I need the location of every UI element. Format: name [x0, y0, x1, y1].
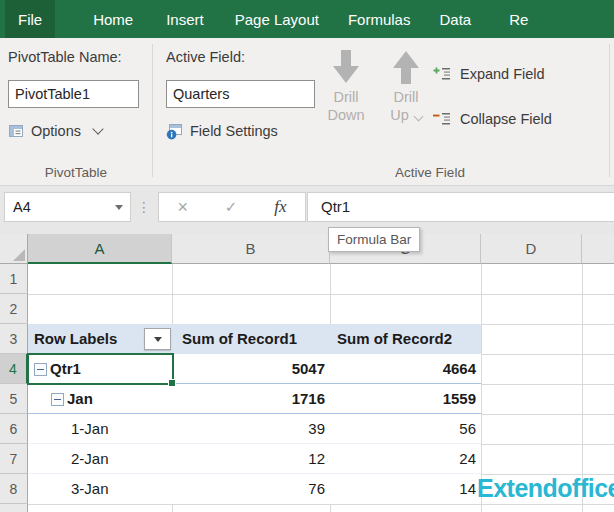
- collapse-field-label: Collapse Field: [460, 111, 552, 127]
- tab-data[interactable]: Data: [439, 0, 471, 38]
- column-header-e-partial[interactable]: [582, 234, 614, 264]
- row-header-3[interactable]: 3: [0, 324, 28, 354]
- insert-function-icon[interactable]: fx: [274, 197, 286, 217]
- expand-field-icon: [432, 66, 452, 82]
- row-labels-filter-button[interactable]: [144, 328, 171, 350]
- field-settings-label: Field Settings: [190, 123, 278, 139]
- collapse-box-icon[interactable]: [51, 393, 64, 406]
- drill-down-label-line2: Down: [317, 106, 375, 124]
- pivot-cell-value[interactable]: 4664: [330, 354, 476, 383]
- collapse-field-icon: [432, 111, 452, 127]
- formula-bar-strip: A4 ⋮ × ✓ fx Qtr1: [0, 186, 614, 234]
- row-header-9-partial[interactable]: [0, 504, 28, 512]
- tab-insert[interactable]: Insert: [166, 0, 204, 38]
- active-field-label: Active Field:: [166, 49, 245, 65]
- drill-down-arrow-icon: [332, 50, 360, 84]
- row-header-7[interactable]: 7: [0, 444, 28, 474]
- active-field-input[interactable]: Quarters: [166, 80, 315, 108]
- pivot-row-label: Jan: [67, 384, 93, 413]
- pivot-row-3-jan[interactable]: 3-Jan 76 14: [28, 474, 481, 504]
- excel-window: File Home Insert Page Layout Formulas Da…: [0, 0, 614, 512]
- collapse-field-button[interactable]: Collapse Field: [432, 109, 552, 129]
- drill-down-button[interactable]: Drill Down: [317, 50, 375, 124]
- name-box-value: A4: [13, 193, 31, 221]
- pivottable-group-label: PivotTable: [0, 165, 152, 180]
- name-box-dropdown-icon[interactable]: [115, 205, 123, 210]
- select-all-corner[interactable]: [0, 234, 28, 264]
- pivot-value2-header: Sum of Record2: [337, 324, 452, 353]
- fill-handle[interactable]: [168, 379, 176, 387]
- pivot-value1-header: Sum of Record1: [182, 324, 297, 353]
- tab-review-clipped[interactable]: Re: [509, 0, 528, 38]
- tab-page-layout[interactable]: Page Layout: [235, 0, 319, 38]
- row-header-4-selected[interactable]: 4: [0, 354, 28, 384]
- name-box[interactable]: A4: [4, 192, 131, 222]
- formula-bar-drag-handle-icon[interactable]: ⋮: [136, 192, 152, 222]
- drill-up-label-line2: Up: [377, 106, 435, 124]
- pivot-row-labels-header: Row Labels: [34, 324, 117, 353]
- formula-bar-buttons: × ✓ fx: [158, 192, 306, 222]
- pivot-row-label: 3-Jan: [71, 474, 109, 503]
- active-field-group-label: Active Field: [330, 165, 530, 180]
- column-header-a[interactable]: A: [28, 234, 172, 264]
- formula-content: Qtr1: [321, 193, 350, 221]
- chevron-down-icon[interactable]: [92, 123, 103, 134]
- row-header-5[interactable]: 5: [0, 384, 28, 414]
- pivot-table: Row Labels Sum of Record1 Sum of Record2…: [28, 324, 481, 504]
- row-header-1[interactable]: 1: [0, 264, 28, 294]
- pivot-cell-value[interactable]: 14: [330, 474, 476, 503]
- ribbon-group-separator: [609, 44, 610, 177]
- chevron-down-icon: [413, 112, 423, 122]
- drill-up-button[interactable]: Drill Up: [377, 50, 435, 124]
- row-header-6[interactable]: 6: [0, 414, 28, 444]
- row-header-2[interactable]: 2: [0, 294, 28, 324]
- pivot-cell-value[interactable]: 1559: [330, 384, 476, 413]
- cancel-icon[interactable]: ×: [177, 197, 188, 218]
- tab-formulas[interactable]: Formulas: [348, 0, 411, 38]
- pivottable-name-input[interactable]: PivotTable1: [8, 80, 139, 108]
- formula-input[interactable]: Qtr1: [307, 192, 614, 222]
- drill-up-label-line1: Drill: [377, 88, 435, 106]
- gridline: [28, 504, 614, 505]
- pivot-row-jan[interactable]: Jan 1716 1559: [28, 384, 481, 414]
- select-all-triangle-icon: [13, 249, 25, 261]
- pivot-row-label: 1-Jan: [71, 414, 109, 443]
- field-settings-button[interactable]: Field Settings: [166, 119, 278, 143]
- ribbon-group-separator: [152, 44, 153, 177]
- pivot-header-row[interactable]: Row Labels Sum of Record1 Sum of Record2: [28, 324, 481, 354]
- pivottable-name-label: PivotTable Name:: [8, 49, 122, 65]
- filter-dropdown-icon: [154, 337, 162, 342]
- pivot-cell-value[interactable]: 39: [172, 414, 325, 443]
- drill-up-arrow-icon: [392, 50, 420, 84]
- pivot-cell-value[interactable]: 1716: [172, 384, 325, 413]
- pivot-cell-value[interactable]: 5047: [172, 354, 325, 383]
- expand-field-button[interactable]: Expand Field: [432, 64, 545, 84]
- formula-bar-tooltip: Formula Bar: [328, 227, 420, 252]
- gridline: [28, 294, 614, 295]
- pivot-cell-value[interactable]: 24: [330, 444, 476, 473]
- options-label: Options: [31, 123, 81, 139]
- pivot-row-label: 2-Jan: [71, 444, 109, 473]
- tab-file[interactable]: File: [5, 0, 55, 38]
- enter-icon[interactable]: ✓: [225, 198, 238, 216]
- expand-field-label: Expand Field: [460, 66, 545, 82]
- drill-down-label-line1: Drill: [317, 88, 375, 106]
- column-header-d[interactable]: D: [481, 234, 582, 264]
- pivottable-options-icon: [8, 123, 24, 139]
- ribbon: PivotTable Name: PivotTable1 Options Piv…: [0, 38, 614, 186]
- field-settings-icon: [166, 123, 183, 140]
- column-header-b[interactable]: B: [172, 234, 330, 264]
- pivot-cell-value[interactable]: 76: [172, 474, 325, 503]
- worksheet-grid: A B C D 1 2 3 4 5 6 7 8 Row Labels S: [0, 234, 614, 512]
- pivot-cell-value[interactable]: 12: [172, 444, 325, 473]
- row-header-8[interactable]: 8: [0, 474, 28, 504]
- extendoffice-watermark: Extendoffice: [477, 474, 614, 503]
- pivot-row-1-jan[interactable]: 1-Jan 39 56: [28, 414, 481, 444]
- selected-cell-a4[interactable]: [27, 353, 174, 385]
- pivot-row-2-jan[interactable]: 2-Jan 12 24: [28, 444, 481, 474]
- pivottable-options-button[interactable]: Options: [8, 119, 102, 143]
- tab-home[interactable]: Home: [93, 0, 133, 38]
- pivot-cell-value[interactable]: 56: [330, 414, 476, 443]
- ribbon-tab-bar: File Home Insert Page Layout Formulas Da…: [0, 0, 614, 38]
